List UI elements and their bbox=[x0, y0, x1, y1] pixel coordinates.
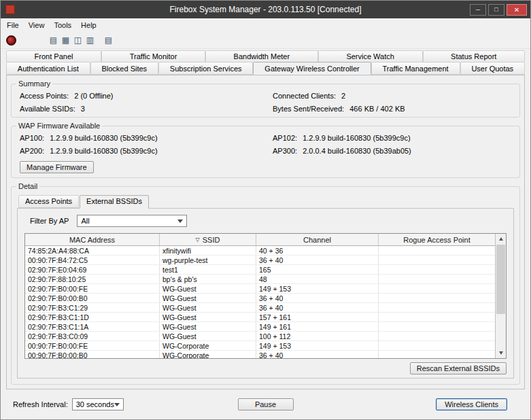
tab[interactable]: Authentication List bbox=[6, 62, 90, 75]
cell-channel: 48 bbox=[256, 275, 379, 283]
external-bssids-panel: Filter By AP All MAC Address ▽ bbox=[17, 208, 514, 379]
cell-channel: 40 + 36 bbox=[256, 246, 379, 255]
pause-button[interactable]: Pause bbox=[238, 398, 294, 410]
firmware-item-value: 1.2.9.9 build-160830 (5b399c9c) bbox=[50, 134, 157, 142]
tab[interactable]: User Quotas bbox=[460, 62, 525, 75]
filter-by-ap-label: Filter By AP bbox=[30, 217, 69, 225]
firmware-item-value: 1.2.9.9 build-160830 (5b399c9c) bbox=[303, 134, 410, 142]
table-row[interactable]: 02:90:7F:B0:00:FE WG-Guest 149 + 153 bbox=[25, 284, 495, 294]
cell-ssid: WG-Guest bbox=[160, 284, 256, 293]
policy-manager-icon[interactable]: ▤ bbox=[48, 35, 59, 46]
tab[interactable]: Front Panel bbox=[6, 50, 101, 62]
tab[interactable]: Traffic Monitor bbox=[101, 50, 205, 62]
tab[interactable]: Gateway Wireless Controller bbox=[253, 62, 371, 75]
summary-item-value: 2 bbox=[341, 92, 345, 100]
column-header-channel[interactable]: Channel bbox=[256, 234, 379, 245]
tab[interactable]: Status Report bbox=[423, 50, 525, 62]
column-header-mac-address[interactable]: MAC Address bbox=[25, 234, 160, 245]
titlebar[interactable]: Firebox System Manager - 203.0.113.50 [C… bbox=[1, 1, 530, 18]
detail-tab-row: Access Points External BSSIDs bbox=[18, 195, 514, 208]
rescan-external-bssids-button[interactable]: Rescan External BSSIDs bbox=[410, 362, 507, 374]
summary-item: Available SSIDs: 3 bbox=[20, 105, 273, 113]
firmware-item: AP200: 1.2.9.9 build-160830 (5b399c9c) bbox=[20, 147, 273, 155]
hostwatch-icon[interactable]: ◫ bbox=[72, 35, 84, 46]
cell-rogue-access-point bbox=[379, 351, 495, 358]
tab[interactable]: Blocked Sites bbox=[90, 62, 158, 75]
refresh-interval-label: Refresh Interval: bbox=[13, 400, 68, 408]
column-header-ssid[interactable]: ▽ SSID bbox=[160, 234, 256, 245]
summary-item-value: 3 bbox=[81, 105, 85, 113]
tab[interactable]: Traffic Management bbox=[371, 62, 460, 75]
table-row[interactable]: 02:90:7F:B3:C1:29 WG-Guest 36 + 40 bbox=[25, 303, 495, 313]
app-window: Firebox System Manager - 203.0.113.50 [C… bbox=[0, 0, 531, 420]
table-row[interactable]: 02:90:7F:B3:C0:09 WG-Guest 100 + 112 bbox=[25, 332, 495, 341]
main-area: Front Panel Traffic Monitor Bandwidth Me… bbox=[1, 49, 530, 389]
summary-item-label: Access Points: bbox=[20, 92, 69, 100]
firmware-item-label: AP200: bbox=[20, 147, 44, 155]
vertical-scrollbar[interactable] bbox=[495, 234, 506, 358]
table-row[interactable]: 02:90:7F:E0:04:69 test1 165 bbox=[25, 265, 495, 275]
tab[interactable]: Service Watch bbox=[318, 50, 423, 62]
menu-item[interactable]: Help bbox=[76, 20, 101, 31]
filter-by-ap-select[interactable]: All bbox=[77, 215, 187, 227]
table-row[interactable]: 02:90:7F:B3:C1:1A WG-Guest 149 + 161 bbox=[25, 322, 495, 332]
cell-mac-address: 02:90:7F:B3:C1:29 bbox=[25, 303, 160, 312]
table-row[interactable]: 00:90:7F:B4:72:C5 wg-purple-test 36 + 40 bbox=[25, 256, 495, 265]
rescan-row: Rescan External BSSIDs bbox=[24, 362, 507, 374]
column-header-ssid-label: SSID bbox=[203, 236, 220, 244]
cell-rogue-access-point bbox=[379, 322, 495, 331]
detail-tab[interactable]: Access Points bbox=[18, 195, 79, 208]
close-button[interactable]: ✕ bbox=[507, 4, 527, 16]
wireless-clients-button[interactable]: Wireless Clients bbox=[436, 398, 507, 410]
table-row[interactable]: 00:90:7F:B0:00:B0 WG-Corporate 36 + 40 bbox=[25, 351, 495, 358]
minimize-button[interactable]: ─ bbox=[470, 4, 486, 16]
traffic-monitor-icon[interactable]: ▦ bbox=[60, 35, 71, 46]
app-icon bbox=[5, 5, 15, 14]
maximize-button[interactable]: □ bbox=[488, 4, 504, 16]
firmware-item: AP102: 1.2.9.9 build-160830 (5b399c9c) bbox=[273, 134, 514, 142]
gateway-wireless-controller-panel: Summary Access Points: 2 (0 Offline) Con… bbox=[6, 75, 525, 389]
cell-ssid: WG-Guest bbox=[160, 294, 256, 302]
table-row[interactable]: 02:90:7F:B3:C1:1D WG-Guest 157 + 161 bbox=[25, 313, 495, 322]
wap-firmware-group-label: WAP Firmware Available bbox=[16, 122, 102, 130]
summary-grid: Access Points: 2 (0 Offline) Connected C… bbox=[20, 92, 514, 113]
table-row[interactable]: 02:90:7F:88:10:25 bp's & pb's 48 bbox=[25, 275, 495, 284]
refresh-interval-value: 30 seconds bbox=[76, 400, 114, 408]
cell-ssid: xfinitywifi bbox=[160, 246, 256, 255]
menubar: File View Tools Help bbox=[1, 18, 530, 32]
cell-channel: 36 + 40 bbox=[256, 351, 379, 358]
cell-channel: 36 + 40 bbox=[256, 256, 379, 264]
table-row[interactable]: 00:90:7F:B0:00:FE WG-Corporate 149 + 153 bbox=[25, 341, 495, 351]
bssid-table-columns: MAC Address ▽ SSID Channel Rogue Access … bbox=[25, 234, 495, 358]
summary-item-label: Connected Clients: bbox=[273, 92, 336, 100]
table-row[interactable]: 74:85:2A:A4:88:CA xfinitywifi 40 + 36 bbox=[25, 246, 495, 256]
cell-channel: 149 + 153 bbox=[256, 341, 379, 350]
firmware-item: AP300: 2.0.0.4 build-160830 (5b39ab05) bbox=[273, 147, 514, 155]
firmware-item-value: 2.0.0.4 build-160830 (5b39ab05) bbox=[303, 147, 411, 155]
performance-console-icon[interactable]: ▥ bbox=[84, 35, 96, 46]
summary-group-label: Summary bbox=[16, 80, 52, 88]
manage-firmware-button[interactable]: Manage Firmware bbox=[20, 161, 94, 173]
pause-record-icon[interactable] bbox=[6, 35, 16, 46]
cell-mac-address: 02:90:7F:B0:00:FE bbox=[25, 284, 160, 293]
refresh-interval-select[interactable]: 30 seconds bbox=[72, 398, 124, 410]
summary-item: Access Points: 2 (0 Offline) bbox=[20, 92, 273, 100]
cell-rogue-access-point bbox=[379, 246, 495, 255]
menu-item[interactable]: File bbox=[2, 20, 24, 31]
table-row[interactable]: 02:90:7F:B0:00:B0 WG-Guest 36 + 40 bbox=[25, 294, 495, 303]
menu-item[interactable]: View bbox=[24, 20, 50, 31]
scroll-down-icon[interactable] bbox=[496, 348, 506, 358]
cell-ssid: WG-Guest bbox=[160, 313, 256, 321]
chevron-down-icon bbox=[114, 403, 120, 406]
detail-tab[interactable]: External BSSIDs bbox=[80, 195, 149, 209]
firmware-item-value: 1.2.9.9 build-160830 (5b399c9c) bbox=[50, 147, 157, 155]
scroll-up-icon[interactable] bbox=[496, 234, 506, 244]
summary-item-value: 466 KB / 402 KB bbox=[349, 105, 405, 113]
summary-item-value: 2 (0 Offline) bbox=[74, 92, 113, 100]
scrollbar-thumb[interactable] bbox=[496, 245, 505, 314]
column-header-rogue-access-point[interactable]: Rogue Access Point bbox=[379, 234, 495, 245]
tab[interactable]: Subscription Services bbox=[158, 62, 254, 75]
status-report-icon[interactable]: ▤ bbox=[103, 35, 114, 46]
tab[interactable]: Bandwidth Meter bbox=[205, 50, 318, 62]
menu-item[interactable]: Tools bbox=[49, 20, 76, 31]
